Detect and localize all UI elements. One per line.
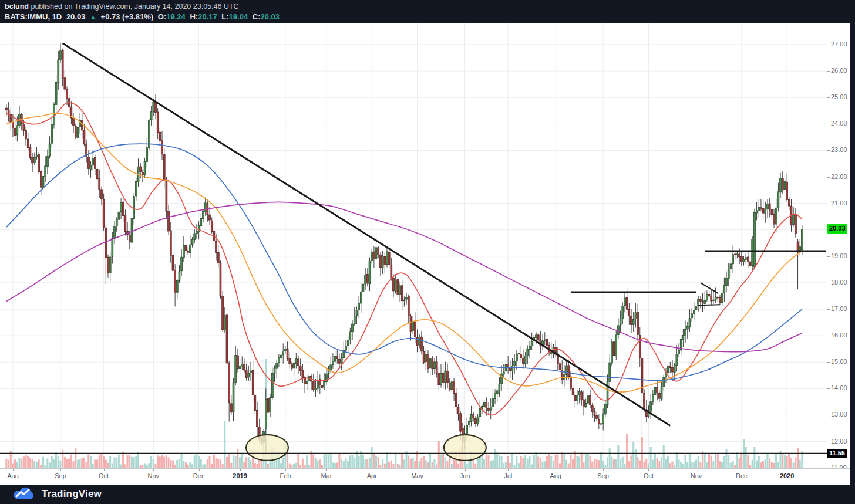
price-tick-label: 17.00 [831, 305, 847, 312]
up-arrow-icon: ▲ [90, 13, 96, 21]
price-tick-label: 14.00 [831, 384, 847, 391]
time-tick-label: Aug [7, 472, 19, 479]
price-tick-label: 26.00 [831, 67, 847, 74]
price-tick-label: 27.00 [831, 40, 847, 48]
time-tick-mark [13, 469, 14, 471]
time-tick-mark [240, 469, 241, 471]
low-value: 19.04 [229, 12, 248, 21]
tradingview-snapshot: bclund published on TradingView.com, Jan… [0, 0, 855, 504]
price-tick-label: 16.00 [831, 332, 847, 339]
price-axis[interactable]: 27.0026.0025.0024.0023.0022.0021.0020.00… [827, 23, 850, 468]
price-tick-label: 22.00 [831, 173, 847, 180]
wedge-line-2[interactable] [698, 305, 720, 305]
close-value: 20.03 [261, 12, 280, 21]
open-label: O: [158, 12, 166, 21]
price-tick-label: 15.00 [831, 358, 847, 365]
time-tick-mark [153, 469, 154, 471]
price-tick-label: 21.00 [831, 199, 847, 207]
tradingview-logo-link[interactable]: TradingView [12, 486, 102, 502]
time-tick-mark [696, 469, 696, 471]
price-tick-label: 23.00 [831, 146, 847, 153]
gridlines [0, 23, 827, 468]
last-price: 20.03 [66, 12, 86, 21]
time-tick-label: 2019 [233, 472, 247, 479]
time-tick-label: Dec [736, 472, 748, 479]
time-tick-label: Nov [691, 472, 702, 479]
close-label: C: [253, 12, 261, 21]
time-tick-mark [326, 469, 327, 471]
time-tick-label: Mar [321, 472, 332, 479]
publish-info-line: bclund published on TradingView.com, Jan… [5, 2, 855, 12]
time-tick-label: Dec [193, 472, 205, 479]
symbol-status-line: BATS:IMMU, 1D 20.03 ▲ +0.73 (+3.81%) O:1… [5, 12, 855, 22]
time-tick-mark [60, 469, 61, 471]
time-tick-label: Aug [550, 472, 561, 479]
high-label: H: [190, 12, 198, 21]
time-tick-label: Sep [597, 472, 609, 479]
low-label: L: [221, 12, 228, 21]
time-tick-mark [508, 469, 509, 471]
ellipse-annotation-1[interactable] [246, 435, 288, 461]
price-tick-label: 13.00 [831, 411, 847, 418]
right-gutter [850, 23, 855, 485]
support-price-badge: 11.55 [827, 449, 847, 458]
time-tick-label: Oct [644, 472, 654, 479]
time-tick-mark [372, 469, 372, 471]
time-tick-mark [418, 469, 418, 471]
candles [5, 43, 803, 453]
time-tick-label: Nov [148, 472, 160, 479]
price-tick-label: 19.00 [831, 252, 847, 259]
ma-100-line [6, 144, 802, 381]
time-tick-label: Oct [99, 472, 109, 479]
time-tick-label: Jul [504, 472, 512, 479]
time-tick-mark [648, 469, 649, 471]
time-tick-label: May [411, 472, 423, 479]
ma-50-line [6, 113, 802, 392]
time-tick-label: Sep [55, 472, 66, 479]
publish-info: published on TradingView.com, January 14… [29, 2, 239, 11]
brand-name: TradingView [42, 488, 102, 500]
price-tick-label: 12.00 [831, 438, 847, 445]
time-tick-mark [465, 469, 466, 471]
time-tick-label: Jun [460, 472, 470, 479]
time-axis[interactable]: AugSepOctNovDec2019FebMarAprMayJunJulAug… [0, 468, 850, 485]
time-tick-mark [603, 469, 604, 471]
time-tick-mark [285, 469, 286, 471]
time-tick-mark [556, 469, 556, 471]
time-tick-mark [787, 469, 787, 471]
time-tick-mark [104, 469, 105, 471]
price-tick-label: 25.00 [831, 93, 847, 100]
price-change: +0.73 (+3.81%) [101, 12, 154, 21]
tradingview-logo-icon [12, 486, 36, 502]
time-tick-label: Apr [367, 472, 377, 479]
price-tick-label: 24.00 [831, 120, 847, 127]
symbol-name: BATS:IMMU, 1D [5, 12, 62, 21]
time-tick-mark [199, 469, 200, 471]
footer-bar: TradingView [0, 485, 855, 504]
downtrend-line[interactable] [63, 43, 671, 426]
author-name[interactable]: bclund [5, 2, 29, 11]
last-price-badge: 20.03 [827, 224, 847, 234]
publish-header: bclund published on TradingView.com, Jan… [0, 0, 855, 23]
time-tick-mark [742, 469, 742, 471]
price-chart[interactable] [0, 23, 827, 468]
time-tick-label: Feb [280, 472, 291, 479]
time-tick-label: 2020 [780, 472, 794, 479]
price-tick-label: 18.00 [831, 279, 847, 286]
open-value: 19.24 [166, 12, 186, 21]
chart-area: 27.0026.0025.0024.0023.0022.0021.0020.00… [0, 23, 855, 485]
high-value: 20.17 [198, 12, 217, 21]
ellipse-annotation-2[interactable] [444, 435, 486, 461]
